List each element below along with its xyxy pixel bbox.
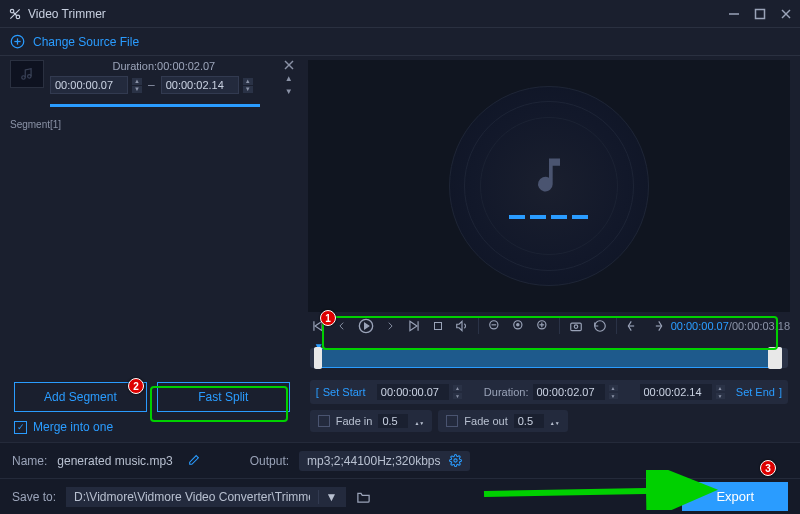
segment-block: Duration:00:00:02.07 ▲▼ – ▲▼ ▲ ▼ [0, 56, 304, 117]
set-start-button[interactable]: Set Start [323, 386, 366, 398]
segment-end-input[interactable] [161, 76, 239, 94]
end-spinner[interactable]: ▲▼ [243, 78, 253, 93]
timeline-handle-right[interactable] [768, 347, 782, 369]
output-format-chip[interactable]: mp3;2;44100Hz;320kbps [299, 451, 469, 471]
add-segment-button[interactable]: Add Segment [14, 382, 147, 412]
plus-circle-icon [10, 34, 25, 49]
total-time: /00:00:03.18 [729, 320, 790, 332]
svg-point-11 [22, 76, 26, 80]
main-area: Duration:00:00:02.07 ▲▼ – ▲▼ ▲ ▼ Se [0, 56, 800, 442]
range-start-spinner[interactable]: ▲▼ [453, 384, 462, 400]
zoom-in-icon[interactable] [533, 316, 553, 336]
equalizer-bars [509, 215, 588, 219]
segment-progress[interactable] [50, 104, 260, 107]
name-value: generated music.mp3 [57, 454, 172, 468]
fade-out-spinner[interactable]: ▲▼ [550, 415, 560, 427]
segment-index-label: Segment[1] [0, 119, 304, 130]
fast-split-button[interactable]: Fast Split [157, 382, 290, 412]
range-duration-spinner[interactable]: ▲▼ [609, 384, 618, 400]
fade-out-checkbox[interactable] [446, 415, 458, 427]
set-end-button[interactable]: Set End [736, 386, 775, 398]
playback-toolbar: 00:00:00.07/00:00:03.18 [308, 312, 790, 340]
change-source-label: Change Source File [33, 35, 139, 49]
merge-checkbox[interactable]: ✓ [14, 421, 27, 434]
segment-remove-icon[interactable] [284, 60, 294, 70]
app-logo-icon [8, 7, 22, 21]
save-export-row: Save to: D:\Vidmore\Vidmore Video Conver… [0, 478, 800, 514]
window-title: Video Trimmer [28, 7, 728, 21]
export-button[interactable]: Export [682, 482, 788, 511]
segment-panel: Duration:00:00:02.07 ▲▼ – ▲▼ ▲ ▼ Se [0, 56, 304, 442]
range-duration-label: Duration: [484, 386, 529, 398]
skip-end-icon[interactable] [404, 316, 424, 336]
save-path-box[interactable]: D:\Vidmore\Vidmore Video Converter\Trimm… [66, 487, 346, 507]
audio-disc-graphic [449, 86, 649, 286]
titlebar: Video Trimmer [0, 0, 800, 28]
fade-in-box: Fade in 0.5 ▲▼ [310, 410, 433, 432]
merge-row[interactable]: ✓ Merge into one [0, 412, 304, 442]
segment-up-icon[interactable]: ▲ [285, 74, 293, 83]
range-duration-value[interactable]: 00:00:02.07 [533, 384, 605, 400]
range-end-value[interactable]: 00:00:02.14 [640, 384, 712, 400]
fade-out-label: Fade out [464, 415, 507, 427]
start-spinner[interactable]: ▲▼ [132, 78, 142, 93]
mark-out-icon[interactable] [647, 316, 667, 336]
segment-start-input[interactable] [50, 76, 128, 94]
settings-gear-icon[interactable] [449, 454, 462, 467]
maximize-button[interactable] [754, 8, 766, 20]
preview-panel: 00:00:00.07/00:00:03.18 ▼ [ Set Start 00… [304, 56, 800, 442]
stop-icon[interactable] [428, 316, 448, 336]
svg-line-3 [10, 9, 19, 18]
video-preview[interactable] [308, 60, 790, 312]
window-controls [728, 8, 792, 20]
path-dropdown-icon[interactable]: ▼ [318, 490, 338, 504]
mark-in-icon[interactable] [623, 316, 643, 336]
range-end-spinner[interactable]: ▲▼ [716, 384, 725, 400]
name-output-row: Name: generated music.mp3 Output: mp3;2;… [0, 442, 800, 478]
play-icon[interactable] [356, 316, 376, 336]
close-button[interactable] [780, 8, 792, 20]
change-source-row[interactable]: Change Source File [0, 28, 800, 56]
range-start-value[interactable]: 00:00:00.07 [377, 384, 449, 400]
timeline-wrap: ▼ [308, 340, 790, 378]
fade-out-value[interactable]: 0.5 [514, 414, 544, 428]
bracket-left-icon: [ [316, 386, 319, 398]
playback-time: 00:00:00.07/00:00:03.18 [671, 320, 790, 332]
zoom-fit-icon[interactable] [509, 316, 529, 336]
svg-marker-18 [364, 323, 368, 328]
volume-icon[interactable] [452, 316, 472, 336]
segment-thumbnail[interactable] [10, 60, 44, 88]
annotation-badge-3: 3 [760, 460, 776, 476]
svg-point-34 [453, 459, 456, 462]
next-frame-icon[interactable] [380, 316, 400, 336]
segment-duration-label: Duration:00:00:02.07 [50, 60, 278, 72]
save-to-label: Save to: [12, 490, 56, 504]
fade-in-label: Fade in [336, 415, 373, 427]
svg-point-26 [516, 324, 518, 326]
snapshot-icon[interactable] [566, 316, 586, 336]
segment-buttons-row: Add Segment Fast Split [0, 382, 304, 412]
svg-point-12 [28, 75, 31, 79]
bracket-right-icon: ] [779, 386, 782, 398]
range-row: [ Set Start 00:00:00.07 ▲▼ Duration:00:0… [310, 380, 788, 404]
range-dash: – [146, 78, 157, 92]
svg-rect-5 [756, 9, 765, 18]
timeline-selection[interactable] [314, 348, 782, 368]
open-folder-icon[interactable] [356, 489, 371, 504]
fade-in-value[interactable]: 0.5 [378, 414, 408, 428]
timeline-handle-left[interactable] [314, 347, 322, 369]
segment-down-icon[interactable]: ▼ [285, 87, 293, 96]
fade-in-checkbox[interactable] [318, 415, 330, 427]
svg-rect-30 [570, 323, 581, 331]
music-note-icon [527, 153, 571, 197]
zoom-out-icon[interactable] [485, 316, 505, 336]
svg-rect-21 [434, 323, 441, 330]
svg-marker-19 [410, 321, 417, 330]
output-label: Output: [250, 454, 289, 468]
minimize-button[interactable] [728, 8, 740, 20]
annotation-badge-2: 2 [128, 378, 144, 394]
undo-icon[interactable] [590, 316, 610, 336]
fade-in-spinner[interactable]: ▲▼ [414, 415, 424, 427]
timeline[interactable]: ▼ [310, 348, 788, 368]
rename-icon[interactable] [187, 454, 200, 467]
